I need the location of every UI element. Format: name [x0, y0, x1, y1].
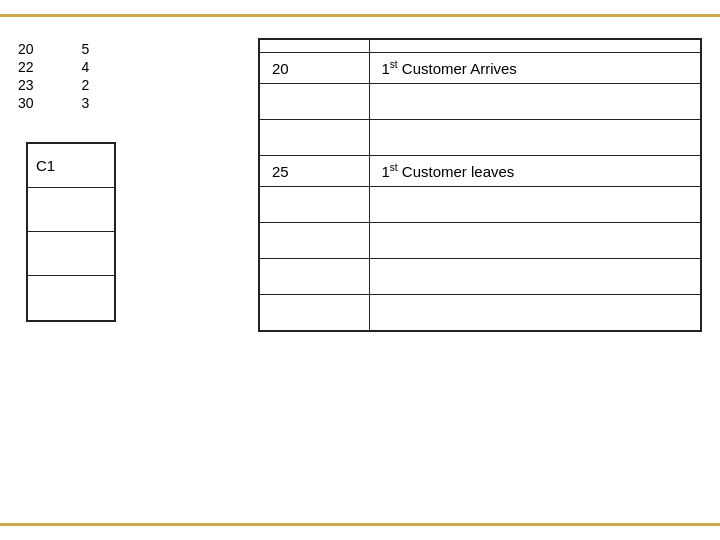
event-time-cell [259, 120, 369, 156]
event-time-cell [259, 187, 369, 223]
event-column-header [369, 39, 701, 53]
right-panel: 201st Customer Arrives251st Customer lea… [258, 38, 702, 522]
event-description-cell [369, 223, 701, 259]
transaction-length: 5 [42, 40, 98, 58]
queue-cell [28, 232, 114, 276]
event-description-cell: 1st Customer Arrives [369, 53, 701, 84]
transaction-length: 2 [42, 76, 98, 94]
arrival-time: 30 [18, 94, 42, 112]
bottom-decorative-line [0, 523, 720, 526]
top-decorative-line [0, 14, 720, 17]
queue-cell [28, 188, 114, 232]
arrival-time: 20 [18, 40, 42, 58]
arrival-time: 22 [18, 58, 42, 76]
transaction-length: 3 [42, 94, 98, 112]
event-time-cell [259, 223, 369, 259]
event-time-cell: 25 [259, 156, 369, 187]
queue-cell: C1 [28, 144, 114, 188]
queue-cell [28, 276, 114, 320]
event-time-cell [259, 295, 369, 331]
event-description-cell [369, 187, 701, 223]
event-description-cell [369, 295, 701, 331]
event-time-cell [259, 259, 369, 295]
queue-section: C1 [18, 136, 238, 322]
queue-box: C1 [26, 142, 116, 322]
transaction-length: 4 [42, 58, 98, 76]
arrival-data: 205224232303 [18, 38, 238, 112]
time-column-header [259, 39, 369, 53]
event-time-cell: 20 [259, 53, 369, 84]
event-description-cell [369, 120, 701, 156]
event-table: 201st Customer Arrives251st Customer lea… [258, 38, 702, 332]
arrival-time: 23 [18, 76, 42, 94]
left-panel: 205224232303 C1 [18, 38, 238, 522]
event-time-cell [259, 84, 369, 120]
event-description-cell [369, 84, 701, 120]
event-description-cell: 1st Customer leaves [369, 156, 701, 187]
event-description-cell [369, 259, 701, 295]
